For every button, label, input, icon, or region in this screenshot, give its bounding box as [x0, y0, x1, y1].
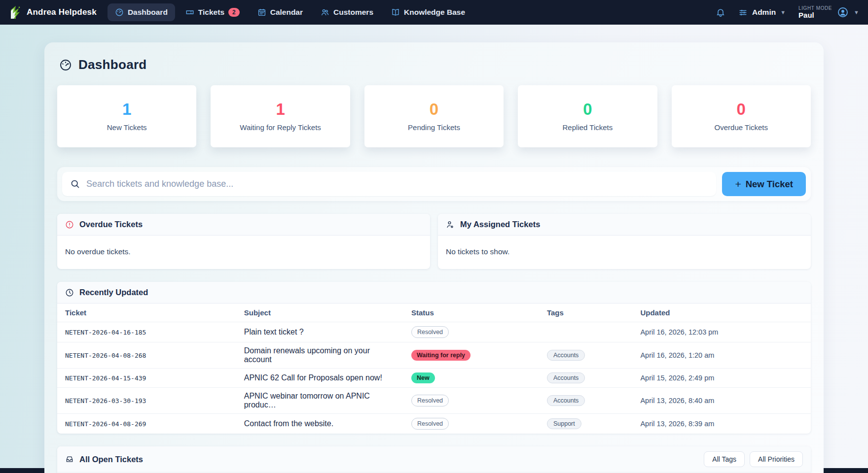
my-assigned-tickets-panel: My Assigned Tickets No tickets to show. — [438, 214, 811, 269]
nav-item-customers[interactable]: Customers — [313, 3, 381, 21]
empty-message: No overdue tickets. — [57, 236, 430, 269]
stat-cards: 1 New Tickets 1 Waiting for Reply Ticket… — [57, 85, 811, 147]
ticket-subject[interactable]: APNIC webinar tomorrow on APNIC produc… — [238, 388, 405, 414]
sliders-icon — [738, 8, 748, 17]
gauge-icon — [115, 8, 124, 17]
table-row[interactable]: NETENT-2026-03-30-193APNIC webinar tomor… — [57, 388, 811, 414]
status-badge: Resolved — [411, 395, 449, 406]
nav-item-knowledge-base[interactable]: Knowledge Base — [384, 3, 472, 21]
ticket-icon — [185, 8, 194, 17]
panel-header: All Open Tickets All Tags All Priorities — [57, 446, 811, 473]
stat-label: Overdue Tickets — [715, 123, 768, 132]
app-logo-icon — [9, 5, 22, 20]
user-name: Paul — [798, 11, 832, 19]
table-row[interactable]: NETENT-2026-04-16-185Plain text ticket ?… — [57, 322, 811, 342]
stat-value: 0 — [583, 101, 592, 117]
clock-icon — [65, 288, 74, 297]
ticket-id[interactable]: NETENT-2026-04-16-185 — [57, 322, 238, 342]
recently-updated-table: Ticket Subject Status Tags Updated NETEN… — [57, 304, 811, 434]
stat-card-new-tickets[interactable]: 1 New Tickets — [57, 85, 196, 147]
panel-title: Recently Updated — [79, 288, 148, 297]
ticket-subject[interactable]: Domain renewals upcoming on your account — [238, 342, 405, 369]
chevron-down-icon: ▼ — [854, 9, 859, 15]
nav-item-dashboard[interactable]: Dashboard — [108, 3, 175, 21]
admin-menu[interactable]: Admin ▼ — [738, 8, 786, 17]
brand[interactable]: Andrea Helpdesk — [9, 5, 97, 20]
table-row[interactable]: NETENT-2026-04-08-269Contact from the we… — [57, 414, 811, 434]
stat-label: Pending Tickets — [408, 123, 460, 132]
column-header: Status — [405, 304, 541, 322]
notifications-bell-icon[interactable] — [716, 7, 725, 17]
search-input[interactable] — [86, 179, 708, 189]
overdue-tickets-panel: Overdue Tickets No overdue tickets. — [57, 214, 430, 269]
panel-title: Overdue Tickets — [79, 220, 143, 229]
ticket-id[interactable]: NETENT-2026-04-08-269 — [57, 414, 238, 434]
panel-header: Recently Updated — [57, 282, 811, 304]
updated-time: April 13, 2026, 8:39 am — [634, 414, 811, 434]
new-ticket-button[interactable]: + New Ticket — [722, 172, 806, 196]
tickets-count-badge: 2 — [228, 8, 240, 17]
stat-label: Waiting for Reply Tickets — [240, 123, 321, 132]
ticket-id[interactable]: NETENT-2026-03-30-193 — [57, 388, 238, 414]
recently-updated-panel: Recently Updated Ticket Subject Status T… — [57, 282, 811, 434]
ticket-id[interactable]: NETENT-2026-04-08-268 — [57, 342, 238, 369]
all-tags-filter[interactable]: All Tags — [704, 451, 745, 467]
user-avatar-icon — [837, 6, 849, 18]
nav-label: Knowledge Base — [404, 8, 465, 17]
nav-label: Dashboard — [128, 8, 168, 17]
recently-updated-body: NETENT-2026-04-16-185Plain text ticket ?… — [57, 322, 811, 434]
user-menu[interactable]: LIGHT MODE Paul ▼ — [798, 5, 859, 20]
filters: All Tags All Priorities — [704, 451, 803, 467]
stat-card-overdue-tickets[interactable]: 0 Overdue Tickets — [672, 85, 811, 147]
tag-badge: Accounts — [547, 372, 585, 383]
search-icon — [70, 179, 80, 189]
panel-title: All Open Tickets — [79, 455, 143, 464]
column-header: Ticket — [57, 304, 238, 322]
nav-label: Customers — [333, 8, 373, 17]
alert-circle-icon — [65, 220, 74, 229]
status-badge: Resolved — [411, 326, 449, 338]
updated-time: April 13, 2026, 8:40 am — [634, 388, 811, 414]
admin-label: Admin — [752, 8, 776, 17]
panels-row: Overdue Tickets No overdue tickets. My A… — [57, 214, 811, 269]
ticket-subject[interactable]: APNIC 62 Call for Proposals open now! — [238, 369, 405, 388]
page-title: Dashboard — [78, 57, 147, 72]
stat-label: New Tickets — [107, 123, 147, 132]
empty-message: No tickets to show. — [438, 236, 811, 269]
table-row[interactable]: NETENT-2026-04-15-439APNIC 62 Call for P… — [57, 369, 811, 388]
customers-icon — [321, 8, 329, 17]
ticket-subject[interactable]: Plain text ticket ? — [238, 322, 405, 342]
nav-label: Tickets — [198, 8, 224, 17]
stat-label: Replied Tickets — [563, 123, 613, 132]
search-box[interactable] — [62, 172, 716, 196]
stat-card-pending-tickets[interactable]: 0 Pending Tickets — [364, 85, 504, 147]
stat-value: 1 — [122, 101, 131, 117]
stat-value: 0 — [737, 101, 746, 117]
stat-value: 0 — [430, 101, 438, 117]
nav-item-calendar[interactable]: Calendar — [250, 3, 310, 21]
stat-card-waiting-tickets[interactable]: 1 Waiting for Reply Tickets — [211, 85, 350, 147]
stat-card-replied-tickets[interactable]: 0 Replied Tickets — [518, 85, 657, 147]
ticket-subject[interactable]: Contact from the website. — [238, 414, 405, 434]
panel-header: My Assigned Tickets — [438, 214, 811, 236]
gauge-icon — [59, 59, 72, 71]
navbar-right: Admin ▼ LIGHT MODE Paul ▼ — [716, 5, 859, 20]
updated-time: April 16, 2026, 12:03 pm — [634, 322, 811, 342]
ticket-id[interactable]: NETENT-2026-04-15-439 — [57, 369, 238, 388]
updated-time: April 16, 2026, 1:20 am — [634, 342, 811, 369]
mode-label: LIGHT MODE — [798, 5, 832, 11]
all-priorities-filter[interactable]: All Priorities — [750, 451, 803, 467]
calendar-icon — [257, 8, 266, 17]
dashboard-container: Dashboard 1 New Tickets 1 Waiting for Re… — [44, 42, 824, 473]
plus-icon: + — [735, 178, 741, 190]
chevron-down-icon: ▼ — [780, 9, 786, 15]
tag-badge: Accounts — [547, 395, 585, 406]
inbox-icon — [65, 455, 74, 464]
nav-item-tickets[interactable]: Tickets 2 — [178, 3, 247, 21]
tag-badge: Accounts — [547, 350, 585, 361]
page-title-row: Dashboard — [59, 57, 811, 72]
book-icon — [391, 8, 400, 17]
nav-label: Calendar — [270, 8, 303, 17]
column-header: Updated — [634, 304, 811, 322]
table-row[interactable]: NETENT-2026-04-08-268Domain renewals upc… — [57, 342, 811, 369]
